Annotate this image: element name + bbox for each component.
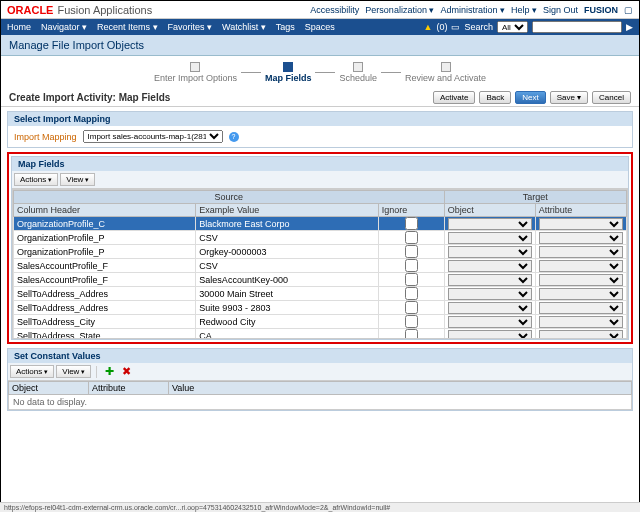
page-title: Manage File Import Objects xyxy=(1,35,639,56)
link-administration[interactable]: Administration ▾ xyxy=(440,5,505,15)
col-object[interactable]: Object xyxy=(444,204,535,217)
nav-navigator[interactable]: Navigator ▾ xyxy=(41,22,87,32)
link-help[interactable]: Help ▾ xyxy=(511,5,537,15)
ignore-checkbox[interactable] xyxy=(405,259,418,272)
col-attribute[interactable]: Attribute xyxy=(535,204,626,217)
ignore-checkbox[interactable] xyxy=(405,315,418,328)
table-row[interactable]: SellToAddress_AddresSuite 9903 - 2803 xyxy=(14,301,627,315)
back-button[interactable]: Back xyxy=(479,91,511,104)
attribute-select[interactable] xyxy=(539,302,623,314)
next-button[interactable]: Next xyxy=(515,91,545,104)
map-fields-header: Map Fields xyxy=(12,157,628,171)
attribute-select[interactable] xyxy=(539,232,623,244)
ignore-checkbox[interactable] xyxy=(405,245,418,258)
cell-column-header: SellToAddress_Addres xyxy=(14,287,196,301)
wiz-step-1[interactable]: Enter Import Options xyxy=(154,62,237,83)
wiz-step-4[interactable]: Review and Activate xyxy=(405,62,486,83)
user-label: FUSION xyxy=(584,5,618,15)
col-column-header[interactable]: Column Header xyxy=(14,204,196,217)
col-group-target: Target xyxy=(444,191,626,204)
cell-column-header: SellToAddress_City xyxy=(14,315,196,329)
map-fields-table-wrap[interactable]: Source Target Column Header Example Valu… xyxy=(12,189,628,339)
object-select[interactable] xyxy=(448,232,532,244)
table-row[interactable]: SellToAddress_Addres30000 Main Street xyxy=(14,287,627,301)
attribute-select[interactable] xyxy=(539,246,623,258)
search-scope[interactable]: All xyxy=(497,21,528,33)
link-personalization[interactable]: Personalization ▾ xyxy=(365,5,434,15)
nav-watchlist[interactable]: Watchlist ▾ xyxy=(222,22,266,32)
table-row[interactable]: SalesAccountProfile_FCSV xyxy=(14,259,627,273)
object-select[interactable] xyxy=(448,288,532,300)
nav-tags[interactable]: Tags xyxy=(276,22,295,32)
logo-product: Fusion Applications xyxy=(57,4,152,16)
search-go-icon[interactable]: ▶ xyxy=(626,22,633,32)
cell-example-value: SalesAccountKey-000 xyxy=(196,273,378,287)
attribute-select[interactable] xyxy=(539,316,623,328)
cell-example-value: 30000 Main Street xyxy=(196,287,378,301)
header-links: Accessibility Personalization ▾ Administ… xyxy=(310,5,633,15)
nav-recent[interactable]: Recent Items ▾ xyxy=(97,22,158,32)
user-square-icon[interactable]: ▢ xyxy=(624,5,633,15)
notif-icon[interactable]: ▲ xyxy=(424,22,433,32)
attribute-select[interactable] xyxy=(539,288,623,300)
table-row[interactable]: SalesAccountProfile_FSalesAccountKey-000 xyxy=(14,273,627,287)
table-row[interactable]: OrganizationProfile_CBlackmore East Corp… xyxy=(14,217,627,231)
table-row[interactable]: OrganizationProfile_PCSV xyxy=(14,231,627,245)
ignore-checkbox[interactable] xyxy=(405,301,418,314)
ignore-checkbox[interactable] xyxy=(405,217,418,230)
cancel-button[interactable]: Cancel xyxy=(592,91,631,104)
view-menu[interactable]: View xyxy=(60,173,95,186)
search-input[interactable] xyxy=(532,21,622,33)
nav-spaces[interactable]: Spaces xyxy=(305,22,335,32)
attribute-select[interactable] xyxy=(539,274,623,286)
ignore-checkbox[interactable] xyxy=(405,329,418,339)
col-example-value[interactable]: Example Value xyxy=(196,204,378,217)
table-row[interactable]: SellToAddress_CityRedwood City xyxy=(14,315,627,329)
col-ignore[interactable]: Ignore xyxy=(378,204,444,217)
import-mapping-label: Import Mapping xyxy=(14,132,77,142)
table-row[interactable]: OrganizationProfile_POrgkey-0000003 xyxy=(14,245,627,259)
object-select[interactable] xyxy=(448,302,532,314)
subheader-title: Create Import Activity: Map Fields xyxy=(9,92,170,103)
nav-favorites[interactable]: Favorites ▾ xyxy=(168,22,213,32)
link-accessibility[interactable]: Accessibility xyxy=(310,5,359,15)
save-button[interactable]: Save ▾ xyxy=(550,91,588,104)
cv-view-menu[interactable]: View xyxy=(56,365,91,378)
add-row-icon[interactable]: ✚ xyxy=(102,365,117,378)
cv-col-attribute[interactable]: Attribute xyxy=(89,382,169,395)
object-select[interactable] xyxy=(448,316,532,328)
object-select[interactable] xyxy=(448,274,532,286)
cell-example-value: CSV xyxy=(196,259,378,273)
flag-icon[interactable]: ▭ xyxy=(451,22,460,32)
object-select[interactable] xyxy=(448,246,532,258)
table-row[interactable]: SellToAddress_StateCA xyxy=(14,329,627,340)
cv-col-value[interactable]: Value xyxy=(169,382,632,395)
nav-home[interactable]: Home xyxy=(7,22,31,32)
object-select[interactable] xyxy=(448,218,532,230)
wizard-train: Enter Import Options Map Fields Schedule… xyxy=(1,56,639,89)
actions-menu[interactable]: Actions xyxy=(14,173,58,186)
ignore-checkbox[interactable] xyxy=(405,231,418,244)
activate-button[interactable]: Activate xyxy=(433,91,475,104)
delete-row-icon[interactable]: ✖ xyxy=(119,365,134,378)
import-mapping-select[interactable]: Import sales-accounts-map-1(281) xyxy=(83,130,223,143)
cell-example-value: Orgkey-0000003 xyxy=(196,245,378,259)
ignore-checkbox[interactable] xyxy=(405,273,418,286)
notif-count: (0) xyxy=(436,22,447,32)
help-icon[interactable]: ? xyxy=(229,132,239,142)
object-select[interactable] xyxy=(448,260,532,272)
attribute-select[interactable] xyxy=(539,218,623,230)
cv-actions-menu[interactable]: Actions xyxy=(10,365,54,378)
ignore-checkbox[interactable] xyxy=(405,287,418,300)
cv-empty: No data to display. xyxy=(9,395,632,410)
object-select[interactable] xyxy=(448,330,532,340)
cell-column-header: OrganizationProfile_P xyxy=(14,245,196,259)
attribute-select[interactable] xyxy=(539,330,623,340)
wiz-step-2[interactable]: Map Fields xyxy=(265,62,312,83)
attribute-select[interactable] xyxy=(539,260,623,272)
cell-example-value: Blackmore East Corpo xyxy=(196,217,378,231)
wiz-step-3[interactable]: Schedule xyxy=(339,62,377,83)
cv-col-object[interactable]: Object xyxy=(9,382,89,395)
cell-example-value: Suite 9903 - 2803 xyxy=(196,301,378,315)
link-signout[interactable]: Sign Out xyxy=(543,5,578,15)
